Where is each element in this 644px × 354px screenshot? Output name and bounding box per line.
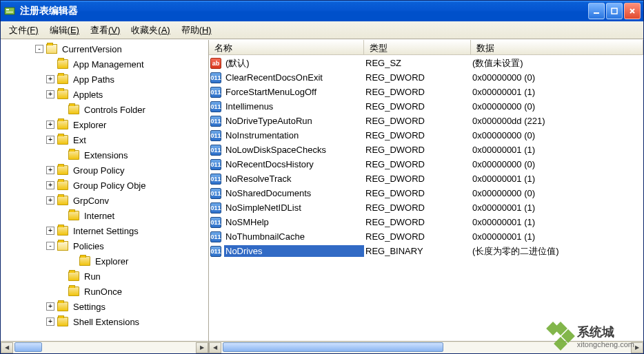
expand-icon[interactable]: + <box>46 166 54 174</box>
expand-icon[interactable]: + <box>46 90 54 98</box>
list-row[interactable]: 011ClearRecentDocsOnExitREG_DWORD0x00000… <box>209 70 643 85</box>
tree-node[interactable]: +Explorer <box>2 117 207 132</box>
tree-node[interactable]: Explorer <box>2 253 207 269</box>
list-row[interactable]: 011NoThumbnailCacheREG_DWORD0x00000001 (… <box>209 229 643 244</box>
list-row[interactable]: 011NoDrivesREG_BINARY(长度为零的二进位值) <box>209 244 643 258</box>
tree-hscrollbar[interactable]: ◀ ▶ <box>1 341 208 353</box>
binary-value-icon: 011 <box>210 188 221 199</box>
menu-file[interactable]: 文件(F) <box>3 23 44 38</box>
list-row[interactable]: 011NoSharedDocumentsREG_DWORD0x00000000 … <box>209 186 643 200</box>
scroll-thumb[interactable] <box>223 342 443 352</box>
tree-node[interactable]: +Applets <box>2 87 207 102</box>
column-name[interactable]: 名称 <box>209 40 364 54</box>
expander-blank <box>46 60 54 68</box>
tree-node[interactable]: +App Paths <box>2 72 207 87</box>
values-list[interactable]: ab(默认)REG_SZ(数值未设置)011ClearRecentDocsOnE… <box>209 55 643 341</box>
expand-icon[interactable]: + <box>46 302 54 311</box>
value-data: 0x00000001 (1) <box>471 144 643 156</box>
folder-icon <box>57 135 68 145</box>
list-row[interactable]: 011IntellimenusREG_DWORD0x00000000 (0) <box>209 99 643 114</box>
list-row[interactable]: 011NoDriveTypeAutoRunREG_DWORD0x000000dd… <box>209 114 643 128</box>
folder-icon <box>57 59 68 69</box>
titlebar[interactable]: 注册表编辑器 <box>1 1 643 21</box>
binary-value-icon: 011 <box>210 72 221 83</box>
folder-icon <box>79 256 90 266</box>
value-name: NoDrives <box>224 245 364 257</box>
binary-value-icon: 011 <box>210 231 221 242</box>
column-data[interactable]: 数据 <box>471 40 643 54</box>
expander-blank <box>57 105 66 114</box>
scroll-track[interactable] <box>13 342 196 353</box>
binary-value-icon: 011 <box>210 101 221 112</box>
list-row[interactable]: 011NoResolveTrackREG_DWORD0x00000001 (1) <box>209 171 643 186</box>
maximize-button[interactable] <box>606 3 623 19</box>
value-type: REG_BINARY <box>364 245 471 257</box>
folder-icon <box>57 241 68 251</box>
value-type: REG_DWORD <box>364 216 471 228</box>
scroll-left-icon[interactable]: ◀ <box>209 342 221 353</box>
watermark-logo-icon <box>548 324 573 348</box>
tree-node[interactable]: +GrpConv <box>2 193 207 208</box>
tree-label: Extensions <box>82 149 130 161</box>
folder-icon <box>68 105 79 114</box>
menu-edit[interactable]: 编辑(E) <box>44 23 85 38</box>
folder-icon <box>68 150 79 160</box>
close-button[interactable] <box>624 3 641 19</box>
tree-node[interactable]: -CurrentVersion <box>2 41 207 56</box>
folder-icon <box>57 120 68 129</box>
folder-icon <box>57 226 68 236</box>
list-row[interactable]: 011NoInstrumentationREG_DWORD0x00000000 … <box>209 128 643 143</box>
list-row[interactable]: 011NoLowDiskSpaceChecksREG_DWORD0x000000… <box>209 143 643 157</box>
binary-value-icon: 011 <box>210 159 221 170</box>
tree-node[interactable]: Internet <box>2 208 207 223</box>
tree-node[interactable]: +Group Policy Obje <box>2 178 207 193</box>
registry-tree[interactable]: -CurrentVersionApp Management+App Paths+… <box>1 40 208 341</box>
minimize-button[interactable] <box>588 3 605 19</box>
expand-icon[interactable]: + <box>46 75 54 83</box>
list-row[interactable]: 011NoRecentDocsHistoryREG_DWORD0x0000000… <box>209 157 643 171</box>
tree-node[interactable]: +Shell Extensions <box>2 314 207 329</box>
menu-help[interactable]: 帮助(H) <box>176 23 217 38</box>
scroll-thumb[interactable] <box>14 342 42 352</box>
value-type: REG_DWORD <box>364 187 471 199</box>
tree-node[interactable]: +Ext <box>2 132 207 147</box>
binary-value-icon: 011 <box>210 116 221 127</box>
scroll-left-icon[interactable]: ◀ <box>1 342 13 353</box>
expand-icon[interactable]: + <box>46 196 54 205</box>
value-name: ClearRecentDocsOnExit <box>224 72 364 83</box>
binary-value-icon: 011 <box>210 202 221 214</box>
list-row[interactable]: ab(默认)REG_SZ(数值未设置) <box>209 56 643 70</box>
value-type: REG_DWORD <box>364 101 471 112</box>
tree-node[interactable]: -Policies <box>2 238 207 253</box>
expand-icon[interactable]: + <box>46 317 54 326</box>
expand-icon[interactable]: + <box>46 136 54 144</box>
value-data: 0x00000000 (0) <box>471 187 643 199</box>
collapse-icon[interactable]: - <box>35 45 43 53</box>
binary-value-icon: 011 <box>210 217 221 228</box>
list-row[interactable]: 011NoSMHelpREG_DWORD0x00000001 (1) <box>209 215 643 229</box>
tree-node[interactable]: +Group Policy <box>2 163 207 178</box>
expander-blank <box>68 257 77 265</box>
tree-label: Ext <box>71 134 88 146</box>
value-data: 0x00000000 (0) <box>471 72 643 83</box>
collapse-icon[interactable]: - <box>46 242 54 250</box>
value-name: ForceStartMenuLogOff <box>224 86 364 98</box>
list-row[interactable]: 011NoSimpleNetIDListREG_DWORD0x00000001 … <box>209 200 643 215</box>
scroll-right-icon[interactable]: ▶ <box>196 342 208 353</box>
tree-node[interactable]: Extensions <box>2 147 207 163</box>
menu-view[interactable]: 查看(V) <box>85 23 125 38</box>
tree-node[interactable]: Run <box>2 269 207 284</box>
tree-node[interactable]: RunOnce <box>2 284 207 299</box>
expand-icon[interactable]: + <box>46 181 54 189</box>
list-row[interactable]: 011ForceStartMenuLogOffREG_DWORD0x000000… <box>209 85 643 99</box>
tree-node[interactable]: App Management <box>2 56 207 72</box>
expand-icon[interactable]: + <box>46 227 54 235</box>
string-value-icon: ab <box>210 58 221 69</box>
tree-node[interactable]: +Internet Settings <box>2 223 207 238</box>
column-type[interactable]: 类型 <box>364 40 471 54</box>
menu-favorites[interactable]: 收藏夹(A) <box>125 23 175 38</box>
tree-node[interactable]: +Settings <box>2 299 207 314</box>
tree-node[interactable]: Controls Folder <box>2 102 207 117</box>
folder-icon <box>57 302 68 311</box>
expand-icon[interactable]: + <box>46 121 54 129</box>
